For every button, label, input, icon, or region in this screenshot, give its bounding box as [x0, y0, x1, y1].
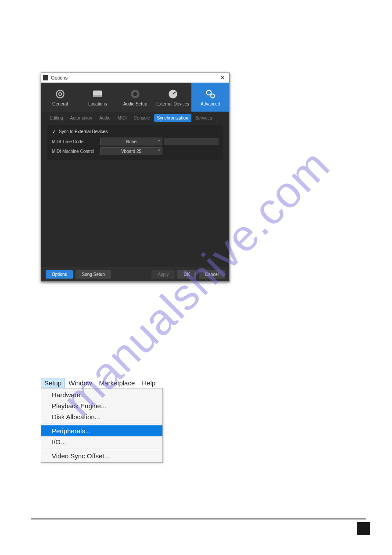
midi-machine-control-row: MIDI Machine Control Vboard 25: [52, 146, 219, 156]
sync-checkbox-row[interactable]: ✓ Sync to External Devices: [52, 128, 219, 137]
category-label: Audio Setup: [123, 102, 147, 106]
setup-dropdown: Hardware... Playback Engine... Disk Allo…: [41, 388, 163, 463]
song-setup-button[interactable]: Song Setup: [76, 270, 111, 279]
midi-time-code-row: MIDI Time Code None: [52, 137, 219, 146]
menu-window[interactable]: Window: [65, 378, 95, 388]
menu-help[interactable]: Help: [138, 378, 159, 388]
speaker-icon: [129, 88, 141, 100]
sync-panel: ✓ Sync to External Devices MIDI Time Cod…: [47, 125, 223, 160]
tab-services[interactable]: Services: [192, 114, 215, 122]
category-locations[interactable]: Locations: [79, 83, 117, 112]
menubar: Setup Window Marketplace Help: [41, 378, 163, 388]
category-audio-setup[interactable]: Audio Setup: [116, 83, 154, 112]
menu-help-rest: elp: [147, 379, 155, 387]
menu-item-hardware[interactable]: Hardware...: [41, 389, 162, 400]
options-dialog: Options ✕ General Locations Audio Setup: [41, 73, 230, 282]
setup-menu-screenshot: Setup Window Marketplace Help Hardware..…: [41, 378, 163, 463]
menu-window-rest: indow: [75, 379, 92, 387]
menu-separator: [42, 449, 162, 449]
tab-audio[interactable]: Audio: [96, 114, 114, 122]
menu-item-video-sync-offset[interactable]: Video Sync Offset...: [41, 450, 162, 461]
category-row: General Locations Audio Setup External D…: [41, 83, 229, 112]
category-external-devices[interactable]: External Devices: [154, 83, 192, 112]
menu-marketplace[interactable]: Marketplace: [96, 378, 139, 388]
midi-time-code-dropdown[interactable]: None: [100, 138, 162, 145]
svg-point-0: [56, 90, 64, 98]
apply-button: Apply: [151, 270, 175, 279]
category-label: General: [52, 102, 68, 106]
gauge-icon: [167, 88, 179, 100]
tab-editing[interactable]: Editing: [47, 114, 66, 122]
category-label: Advanced: [201, 102, 220, 106]
tab-synchronization[interactable]: Synchronization: [154, 114, 191, 122]
tab-midi[interactable]: MIDI: [115, 114, 130, 122]
menu-item-playback-engine[interactable]: Playback Engine...: [41, 400, 162, 411]
midi-machine-control-dropdown[interactable]: Vboard 25: [100, 147, 162, 155]
horizontal-rule: [31, 519, 366, 519]
category-general[interactable]: General: [41, 83, 79, 112]
midi-time-code-label: MIDI Time Code: [52, 139, 100, 144]
checkmark-icon: ✓: [52, 130, 56, 134]
drive-icon: [92, 88, 103, 100]
cogs-icon: [205, 88, 216, 100]
window-title: Options: [51, 75, 218, 80]
gear-icon: [54, 88, 66, 100]
menu-item-disk-allocation[interactable]: Disk Allocation...: [41, 411, 162, 422]
page-number-block: [357, 522, 370, 535]
tab-automation[interactable]: Automation: [67, 114, 96, 122]
svg-point-1: [59, 92, 62, 95]
svg-point-5: [133, 92, 137, 96]
category-label: External Devices: [156, 102, 189, 106]
menu-separator: [42, 424, 162, 424]
close-button[interactable]: ✕: [218, 75, 227, 81]
app-icon: [43, 75, 48, 80]
options-button[interactable]: Options: [46, 270, 73, 279]
cancel-button[interactable]: Cancel: [199, 270, 225, 279]
tab-row: Editing Automation Audio MIDI Console Sy…: [41, 112, 229, 122]
menu-setup-rest: etup: [49, 379, 61, 387]
ok-button[interactable]: OK: [177, 270, 196, 279]
category-label: Locations: [88, 102, 107, 106]
titlebar: Options ✕: [41, 73, 229, 83]
tab-console[interactable]: Console: [131, 114, 153, 122]
dialog-footer: Options Song Setup Apply OK Cancel: [41, 267, 229, 281]
sync-checkbox-label: Sync to External Devices: [59, 129, 108, 134]
svg-point-8: [207, 90, 212, 95]
midi-machine-control-label: MIDI Machine Control: [52, 149, 100, 154]
svg-rect-3: [93, 95, 102, 97]
midi-time-code-extra: [164, 138, 219, 145]
svg-point-9: [211, 94, 215, 98]
menu-setup[interactable]: Setup: [41, 378, 65, 388]
category-advanced[interactable]: Advanced: [191, 83, 229, 112]
menu-item-peripherals[interactable]: Peripherals...: [41, 425, 162, 436]
menu-item-io[interactable]: I/O...: [41, 436, 162, 447]
